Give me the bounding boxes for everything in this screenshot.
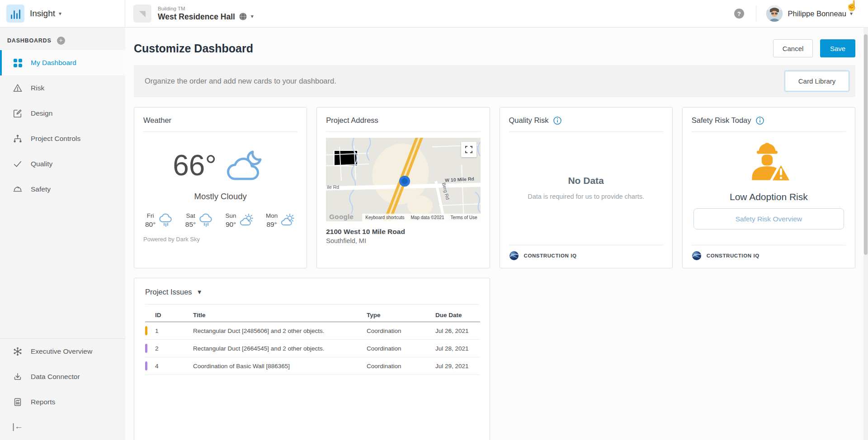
forecast-day: Sat 85° [185,212,214,229]
column-header-type: Type [367,308,435,322]
collapse-sidebar-button[interactable]: |← [0,415,125,438]
sidebar-item-quality[interactable]: Quality [0,151,125,177]
sidebar-footer: Executive Overview Data Connector [0,338,125,440]
severity-pill [145,361,147,370]
divider [692,131,846,132]
weather-attribution: Powered by Dark Sky [134,229,307,243]
sidebar-item-label: Executive Overview [31,347,92,356]
add-dashboard-button[interactable]: + [57,37,65,45]
dashboards-section-label: DASHBOARDS [7,37,52,44]
map-marker[interactable] [399,176,410,187]
sidebar-item-data-connector[interactable]: Data Connector [0,364,125,389]
main-content: Customize Dashboard Cancel Save Organize… [125,28,868,440]
project-name: West Residence Hall [158,12,235,21]
sidebar-item-label: Design [31,109,52,117]
top-bar: Insight ▾ ◥ Building TM West Residence H… [0,0,868,28]
scrollbar-thumb[interactable] [864,34,868,255]
card-title: Quality Risk [509,116,549,125]
address-line-2: Southfield, MI [317,236,489,244]
cursor-pointer-icon: ☝ [846,0,858,12]
chevron-down-icon[interactable]: ▼ [197,289,203,295]
table-row[interactable]: 1 Rectangular Duct [2485606] and 2 other… [145,322,480,340]
app-switcher[interactable]: Insight ▾ [0,0,125,27]
sidebar-item-design[interactable]: Design [0,101,125,126]
divider [509,131,663,132]
risk-status-text: Low Adoption Risk [683,192,855,202]
rain-icon [198,213,214,228]
insight-logo-icon [6,5,24,23]
customize-banner: Organize the order and add new cards to … [134,65,855,97]
avatar[interactable] [766,5,783,22]
safety-risk-overview-button[interactable]: Safety Risk Overview [693,208,844,229]
sidebar-item-label: Reports [31,398,55,406]
insight-app: Insight ▾ ◥ Building TM West Residence H… [0,0,868,440]
quality-risk-card[interactable]: Quality Risk No Data Data is required fo… [500,107,673,268]
safety-risk-card[interactable]: Safety Risk Today [682,107,855,268]
table-row[interactable]: 2 Rectangular Duct [2664545] and 2 other… [145,340,480,357]
org-chart-icon [12,133,23,144]
save-button[interactable]: Save [820,39,855,57]
cloudy-night-icon [223,147,268,183]
sidebar-item-label: My Dashboard [31,59,76,67]
sidebar-item-risk[interactable]: Risk [0,75,125,101]
construction-iq-icon [692,251,702,261]
address-line-1: 2100 West 10 Mile Road [317,221,489,236]
download-icon [12,371,23,382]
info-icon[interactable] [756,117,764,125]
sidebar-item-label: Project Controls [31,135,80,143]
forecast-day: Sun 90° [226,212,255,229]
help-button[interactable]: ? [734,9,744,19]
project-address-card[interactable]: Project Address [316,107,490,268]
terms-of-use-link[interactable]: Terms of Use [448,214,481,221]
sidebar-item-reports[interactable]: Reports [0,389,125,415]
map-road-label: ile Rd [327,184,339,190]
project-thumbnail-icon: ◥ [133,5,151,23]
current-temperature: 66° [173,149,217,182]
edit-icon [12,108,23,119]
hub-icon [12,346,23,357]
project-selector[interactable]: ◥ Building TM West Residence Hall ▾ [125,5,254,23]
map-attribution: Keyboard shortcuts Map data ©2021 Terms … [362,214,480,221]
construction-iq-label: CONSTRUCTION IQ [524,253,577,258]
table-row[interactable]: 4 Coordination of Basic Wall [886365] Co… [145,357,480,375]
issues-table: ID Title Type Due Date 1 Rectangular Duc… [145,308,480,375]
app-name: Insight [30,9,55,19]
chevron-down-icon: ▾ [59,10,61,17]
no-data-title: No Data [500,175,672,186]
checkmark-icon [12,159,23,169]
sidebar-item-executive-overview[interactable]: Executive Overview [0,339,125,364]
user-name[interactable]: Philippe Bonneau [788,9,846,18]
rain-icon [158,213,174,228]
collapse-icon: |← [12,421,23,431]
forecast-day: Fri 80° [145,212,174,229]
sidebar-item-label: Data Connector [31,373,80,381]
keyboard-shortcuts-link[interactable]: Keyboard shortcuts [362,214,407,221]
project-issues-card[interactable]: Project Issues ▼ ID Title Type Due Date [134,278,490,440]
report-icon [12,397,23,407]
sidebar-item-safety[interactable]: Safety [0,177,125,202]
forecast-day: Mon 89° [266,212,296,229]
partly-sunny-icon [280,213,296,228]
scrollbar[interactable] [863,28,868,440]
sidebar-item-my-dashboard[interactable]: My Dashboard [0,50,125,75]
sidebar-item-label: Risk [31,84,44,92]
construction-iq-label: CONSTRUCTION IQ [707,253,760,258]
card-title: Safety Risk Today [692,116,751,125]
card-library-button[interactable]: Card Library [785,71,849,91]
google-watermark: Google [329,213,354,220]
sidebar: DASHBOARDS + My Dashboard Risk [0,28,125,440]
sidebar-item-label: Safety [31,185,51,193]
no-data-message: Data is required for us to provide chart… [500,193,672,200]
sidebar-item-project-controls[interactable]: Project Controls [0,126,125,151]
info-icon[interactable] [553,117,561,125]
weather-card[interactable]: Weather 66° Mostly Cloudy Fri 80° [134,107,307,268]
page-title: Customize Dashboard [134,42,253,55]
map-data-label: Map data ©2021 [408,214,448,221]
banner-text: Organize the order and add new cards to … [145,77,336,85]
fullscreen-icon[interactable] [461,142,476,157]
card-title: Project Address [326,116,378,125]
map[interactable]: ile Rd W 10 Mile Rd Berg Rd Google Keybo… [326,138,480,221]
worker-warning-icon [744,140,793,187]
project-type-label: Building TM [158,6,254,12]
cancel-button[interactable]: Cancel [773,39,813,57]
